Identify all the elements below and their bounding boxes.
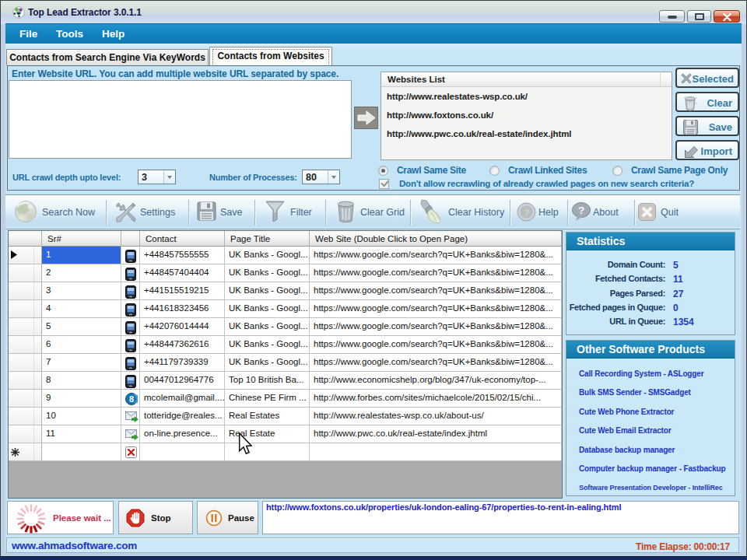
svg-text:?: ? — [578, 205, 584, 216]
svg-text:?: ? — [523, 207, 529, 219]
svg-text:8: 8 — [129, 394, 134, 404]
